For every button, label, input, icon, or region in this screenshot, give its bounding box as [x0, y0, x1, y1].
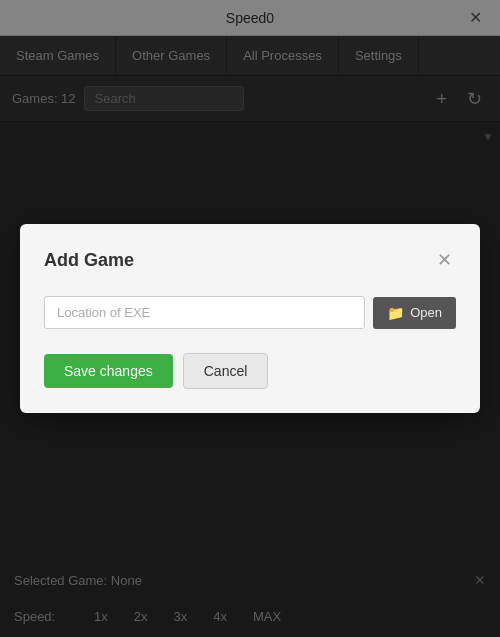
save-changes-button[interactable]: Save changes [44, 354, 173, 388]
modal-backdrop: Add Game ✕ 📁 Open Save changes Cancel [0, 0, 500, 637]
modal-header: Add Game ✕ [44, 248, 456, 272]
add-game-modal: Add Game ✕ 📁 Open Save changes Cancel [20, 224, 480, 413]
folder-icon: 📁 [387, 305, 404, 321]
modal-footer: Save changes Cancel [44, 353, 456, 389]
exe-row: 📁 Open [44, 296, 456, 329]
modal-title: Add Game [44, 250, 134, 271]
open-file-button[interactable]: 📁 Open [373, 297, 456, 329]
modal-body: 📁 Open [44, 296, 456, 329]
modal-close-button[interactable]: ✕ [432, 248, 456, 272]
cancel-button[interactable]: Cancel [183, 353, 269, 389]
exe-location-input[interactable] [44, 296, 365, 329]
